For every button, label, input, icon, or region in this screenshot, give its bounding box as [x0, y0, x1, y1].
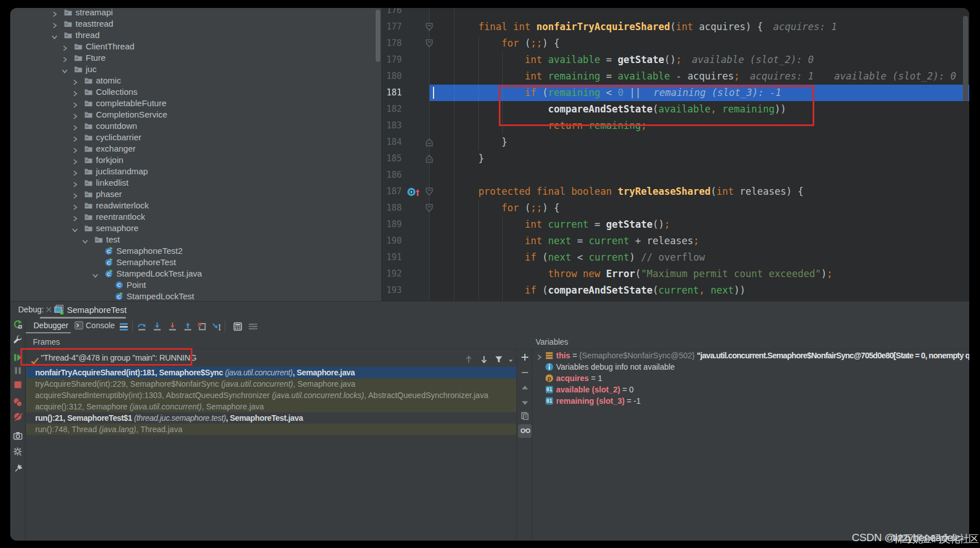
- tree-chevron-right-icon[interactable]: [71, 77, 78, 84]
- tree-item-StampedLockTest.java[interactable]: CStampedLockTest.java: [10, 268, 381, 279]
- tree-item-CompletionService[interactable]: CompletionService: [10, 109, 381, 120]
- tree-chevron-right-icon[interactable]: [71, 179, 78, 186]
- tree-item-test[interactable]: test: [10, 234, 381, 245]
- tree-chevron-down-icon[interactable]: [82, 236, 89, 243]
- project-tree-scrollbar[interactable]: [376, 10, 380, 62]
- evaluate-expression-icon[interactable]: [233, 322, 242, 331]
- pin-icon[interactable]: [13, 464, 23, 474]
- mute-breakpoints-icon[interactable]: [13, 412, 23, 421]
- tree-item-Fture[interactable]: Fture: [10, 52, 381, 64]
- tree-item-linkedlist[interactable]: linkedlist: [10, 177, 381, 189]
- variable-row[interactable]: this = {Semaphore$NonfairSync@502} "java…: [532, 350, 969, 361]
- tree-chevron-right-icon[interactable]: [71, 191, 78, 198]
- tree-item-label: thread: [75, 30, 100, 41]
- code-editor[interactable]: 1761771781791801811821831841851861871881…: [381, 8, 969, 301]
- tree-chevron-right-icon[interactable]: [61, 55, 68, 61]
- tree-item-semaphore[interactable]: semaphore: [10, 223, 381, 234]
- thread-dump-camera-icon[interactable]: [13, 431, 23, 441]
- rerun-icon[interactable]: [13, 320, 23, 329]
- variable-row[interactable]: pacquires = 1: [532, 373, 969, 384]
- tree-item-atomic[interactable]: atomic: [10, 75, 381, 86]
- tree-item-cyclicbarrier[interactable]: cyclicbarrier: [10, 132, 381, 143]
- tree-chevron-down-icon[interactable]: [61, 66, 68, 73]
- tab-console[interactable]: Console: [74, 318, 115, 333]
- tree-chevron-down-icon[interactable]: [51, 32, 58, 39]
- tri-up-icon[interactable]: [520, 383, 529, 392]
- tri-down-icon[interactable]: [520, 398, 529, 407]
- layout-settings-icon[interactable]: [248, 322, 257, 331]
- view-breakpoints-icon[interactable]: [13, 398, 23, 407]
- code-token: ;: [693, 235, 699, 246]
- plus-icon[interactable]: [520, 353, 529, 362]
- show-execution-point-icon[interactable]: [119, 322, 128, 331]
- stack-frame[interactable]: acquireSharedInterruptibly(int):1303, Ab…: [26, 390, 516, 401]
- tree-chevron-right-icon[interactable]: [71, 202, 78, 209]
- tree-chevron-right-icon[interactable]: [71, 134, 78, 141]
- step-into-icon[interactable]: [152, 322, 161, 331]
- previous-frame-icon[interactable]: [464, 353, 473, 362]
- tree-item-juc[interactable]: juc: [10, 64, 381, 75]
- tree-chevron-right-icon[interactable]: [71, 145, 78, 152]
- variable-row[interactable]: 01remaining (slot_3) = -1: [532, 395, 969, 407]
- glasses-icon[interactable]: [520, 426, 529, 436]
- tree-item-juclistandmap[interactable]: juclistandmap: [10, 166, 381, 177]
- stack-frame[interactable]: nonfairTryAcquireShared(int):181, Semaph…: [26, 367, 516, 378]
- tree-item-SemaphoreTest[interactable]: CSemaphoreTest: [10, 257, 381, 268]
- drop-frame-icon[interactable]: [197, 322, 206, 331]
- stack-frame[interactable]: acquire():312, Semaphore (java.util.conc…: [26, 401, 516, 412]
- tree-item-label: Point: [127, 279, 146, 291]
- tree-item-StampedLockTest[interactable]: CStampedLockTest: [10, 291, 381, 301]
- close-icon[interactable]: [45, 306, 53, 313]
- stack-frame[interactable]: tryAcquireShared(int):229, Semaphore$Non…: [26, 378, 516, 390]
- frame-text: tryAcquireShared(int):229, Semaphore$Non…: [35, 379, 221, 388]
- next-frame-icon[interactable]: [480, 353, 489, 362]
- tree-item-countdown[interactable]: countdown: [10, 120, 381, 132]
- tree-item-ClientThread[interactable]: ClientThread: [10, 41, 381, 52]
- tree-chevron-right-icon[interactable]: [71, 123, 78, 129]
- tree-chevron-right-icon[interactable]: [51, 20, 58, 27]
- thread-dropdown-chevron-icon[interactable]: [507, 353, 514, 362]
- tree-chevron-right-icon[interactable]: [71, 100, 78, 107]
- run-to-cursor-icon[interactable]: [212, 322, 221, 331]
- execution-breakpoint-icon[interactable]: [407, 187, 422, 196]
- tree-chevron-right-icon[interactable]: [71, 214, 78, 220]
- stack-frame[interactable]: run():21, SemaphoreTest$1 (thread.juc.se…: [26, 412, 516, 424]
- tree-item-teasttread[interactable]: teasttread: [10, 18, 381, 30]
- tree-chevron-right-icon[interactable]: [61, 43, 68, 50]
- tree-item-Point[interactable]: CPoint: [10, 279, 381, 291]
- tree-item-streamapi[interactable]: streamapi: [10, 8, 381, 18]
- tree-chevron-down-icon[interactable]: [92, 270, 99, 277]
- minus-icon[interactable]: [520, 368, 529, 377]
- tree-chevron-right-icon[interactable]: [71, 89, 78, 95]
- variable-row[interactable]: 01available (slot_2) = 0: [532, 384, 969, 395]
- tree-chevron-right-icon[interactable]: [71, 168, 78, 175]
- pause-icon[interactable]: [13, 366, 23, 375]
- tree-item-completableFuture[interactable]: completableFuture: [10, 98, 381, 109]
- tree-item-exchanger[interactable]: exchanger: [10, 143, 381, 154]
- tree-chevron-right-icon[interactable]: [71, 157, 78, 164]
- variable-expander-icon[interactable]: [536, 352, 542, 359]
- frame-package: (java.util.concurrent): [221, 379, 293, 388]
- stack-frame[interactable]: run():748, Thread (java.lang), Thread.ja…: [26, 424, 516, 435]
- tree-item-forkjoin[interactable]: forkjoin: [10, 154, 381, 166]
- editor-scrollbar[interactable]: [963, 16, 968, 101]
- force-step-into-icon[interactable]: [167, 322, 176, 331]
- tree-item-phaser[interactable]: phaser: [10, 189, 381, 200]
- tree-chevron-down-icon[interactable]: [71, 225, 78, 232]
- copy-icon[interactable]: [520, 411, 529, 420]
- tree-item-readwirterlock[interactable]: readwirterlock: [10, 200, 381, 211]
- variable-row[interactable]: Variables debug info not available: [532, 361, 969, 373]
- tab-debugger[interactable]: Debugger: [33, 318, 69, 333]
- step-out-icon[interactable]: [183, 322, 192, 331]
- step-over-icon[interactable]: [137, 322, 146, 331]
- tree-item-Collections[interactable]: Collections: [10, 86, 381, 98]
- tree-item-SemaphoneTest2[interactable]: CSemaphoneTest2: [10, 245, 381, 257]
- stop-icon[interactable]: [13, 380, 23, 390]
- tree-chevron-right-icon[interactable]: [51, 9, 58, 16]
- tree-item-reentrantlock[interactable]: reentrantlock: [10, 211, 381, 223]
- tree-item-thread[interactable]: thread: [10, 30, 381, 41]
- debugger-settings-wrench-icon[interactable]: [13, 334, 23, 344]
- hide-frames-filter-icon[interactable]: [494, 353, 503, 362]
- settings-gear-icon[interactable]: [13, 447, 23, 457]
- tree-chevron-right-icon[interactable]: [71, 111, 78, 118]
